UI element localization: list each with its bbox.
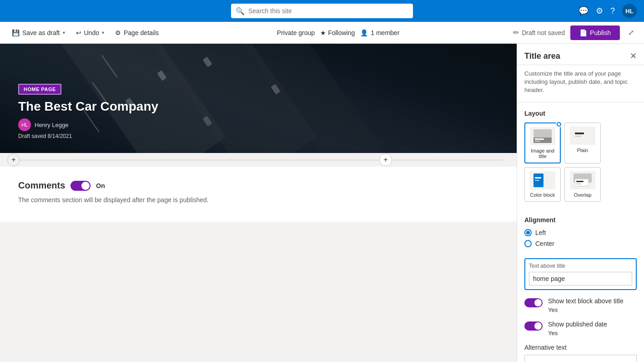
layout-option-overlap[interactable]: Overlap xyxy=(564,167,601,202)
show-published-date-row: Show published date Yes xyxy=(517,321,644,344)
following-label: Following xyxy=(328,29,355,36)
alignment-left-radio[interactable] xyxy=(524,229,532,236)
svg-rect-1 xyxy=(533,138,552,143)
svg-rect-14 xyxy=(576,184,581,184)
show-text-block-label: Show text block above title xyxy=(548,297,624,305)
panel-description: Customize the title area of your page in… xyxy=(517,65,644,102)
private-group-area: Private group ★ Following 👤 1 member xyxy=(277,29,399,36)
selected-indicator xyxy=(556,121,562,127)
alt-text-section: Alternative text Provide alternative tex… xyxy=(517,344,644,362)
show-published-date-value: Yes xyxy=(548,330,607,337)
page-editor: HOME PAGE The Best Car Company HL Henry … xyxy=(0,44,517,362)
save-dropdown-arrow[interactable]: ▾ xyxy=(63,30,65,35)
alignment-center-label: Center xyxy=(535,240,554,247)
main-content: HOME PAGE The Best Car Company HL Henry … xyxy=(0,44,644,362)
author-name: Henry Legge xyxy=(35,122,68,128)
undo-button[interactable]: ↩ Undo ▾ xyxy=(71,26,109,39)
private-group-label: Private group xyxy=(277,29,315,36)
save-icon: 💾 xyxy=(12,29,20,36)
secondary-bar: 💾 Save as draft ▾ ↩ Undo ▾ ⚙ Page detail… xyxy=(0,22,644,44)
panel-title: Title area xyxy=(524,51,560,61)
draft-date: Draft saved 8/14/2021 xyxy=(18,133,158,139)
add-section-bar: + + xyxy=(0,153,517,167)
settings-icon[interactable]: ⚙ xyxy=(596,6,603,16)
layout-option-plain[interactable]: Plain xyxy=(564,122,601,163)
layout-option-image-and-title[interactable]: Image and title xyxy=(524,122,561,163)
comments-label: Comments xyxy=(18,180,65,191)
expand-button[interactable]: ⤢ xyxy=(625,25,637,40)
author-info: HL Henry Legge xyxy=(18,118,158,131)
draft-icon: ✏ xyxy=(513,28,519,37)
alignment-center-radio[interactable] xyxy=(524,240,532,247)
author-avatar: HL xyxy=(18,118,31,131)
chat-icon[interactable]: 💬 xyxy=(579,6,589,16)
page-details-icon: ⚙ xyxy=(115,29,121,36)
comments-header: Comments On xyxy=(18,180,498,191)
panel-header: Title area ✕ xyxy=(517,44,644,65)
show-published-date-toggle[interactable] xyxy=(524,321,543,331)
close-panel-button[interactable]: ✕ xyxy=(630,51,637,61)
help-icon[interactable]: ? xyxy=(610,6,615,16)
publish-icon: 📄 xyxy=(579,29,587,36)
member-icon: 👤 xyxy=(360,29,368,36)
undo-dropdown-arrow[interactable]: ▾ xyxy=(102,30,104,35)
search-bar[interactable]: 🔍 xyxy=(231,4,413,18)
following-button[interactable]: ★ Following xyxy=(320,29,355,36)
layout-label: Layout xyxy=(524,110,637,117)
comments-description: The comments section will be displayed a… xyxy=(18,196,498,204)
layout-option-color-block[interactable]: Color block xyxy=(524,167,561,202)
toolbar-right: ✏ Draft not saved 📄 Publish ⤢ xyxy=(513,25,637,40)
page-details-label: Page details xyxy=(124,29,159,36)
text-above-title-label: Text above title xyxy=(529,263,632,269)
undo-icon: ↩ xyxy=(76,29,81,36)
svg-rect-12 xyxy=(575,179,589,186)
hero-area: HOME PAGE The Best Car Company HL Henry … xyxy=(0,44,517,153)
alignment-left-option[interactable]: Left xyxy=(524,229,637,236)
alt-text-input[interactable] xyxy=(524,355,637,362)
show-published-date-label: Show published date xyxy=(548,321,607,328)
color-block-icon xyxy=(530,171,555,189)
layout-option-label-image-and-title: Image and title xyxy=(529,148,556,159)
top-bar: 🔍 💬 ⚙ ? HL xyxy=(0,0,644,22)
add-section-left-button[interactable]: + xyxy=(7,153,20,166)
plain-icon xyxy=(570,127,595,145)
page-title[interactable]: The Best Car Company xyxy=(18,99,158,114)
hero-content: HOME PAGE The Best Car Company HL Henry … xyxy=(18,84,158,139)
draft-status: ✏ Draft not saved xyxy=(513,28,565,37)
show-text-block-toggle[interactable] xyxy=(524,298,543,307)
divider-line xyxy=(14,160,503,160)
layout-option-label-overlap: Overlap xyxy=(574,192,592,198)
layout-option-label-color-block: Color block xyxy=(530,192,555,198)
svg-rect-13 xyxy=(576,181,584,182)
avatar[interactable]: HL xyxy=(622,4,637,18)
right-panel: Title area ✕ Customize the title area of… xyxy=(517,44,644,362)
layout-options: Image and title Plain xyxy=(524,122,637,202)
text-above-title-input[interactable] xyxy=(529,272,632,286)
alt-text-label: Alternative text xyxy=(524,344,637,351)
svg-rect-10 xyxy=(535,180,539,181)
svg-rect-6 xyxy=(575,136,581,137)
show-published-date-info: Show published date Yes xyxy=(548,321,607,337)
layout-option-label-plain: Plain xyxy=(577,148,588,153)
page-details-button[interactable]: ⚙ Page details xyxy=(111,26,163,39)
svg-rect-2 xyxy=(535,138,544,140)
alignment-center-option[interactable]: Center xyxy=(524,240,637,247)
svg-rect-5 xyxy=(575,133,584,134)
alignment-label: Alignment xyxy=(524,216,637,224)
comments-toggle[interactable] xyxy=(70,181,91,191)
toggle-state-label: On xyxy=(96,182,105,189)
comments-section: Comments On The comments section will be… xyxy=(18,176,498,213)
publish-button[interactable]: 📄 Publish xyxy=(570,25,620,40)
show-text-block-knob xyxy=(534,299,542,306)
text-above-section: Text above title xyxy=(517,258,644,297)
member-info: 👤 1 member xyxy=(360,29,399,36)
search-input[interactable] xyxy=(248,7,408,15)
show-text-block-info: Show text block above title Yes xyxy=(548,297,624,313)
show-published-date-knob xyxy=(534,322,542,330)
add-section-button[interactable]: + xyxy=(379,153,392,166)
overlap-icon xyxy=(570,171,595,189)
star-icon: ★ xyxy=(320,29,326,36)
home-page-badge: HOME PAGE xyxy=(18,84,61,95)
save-as-draft-button[interactable]: 💾 Save as draft ▾ xyxy=(7,26,70,39)
toggle-knob xyxy=(81,182,90,190)
